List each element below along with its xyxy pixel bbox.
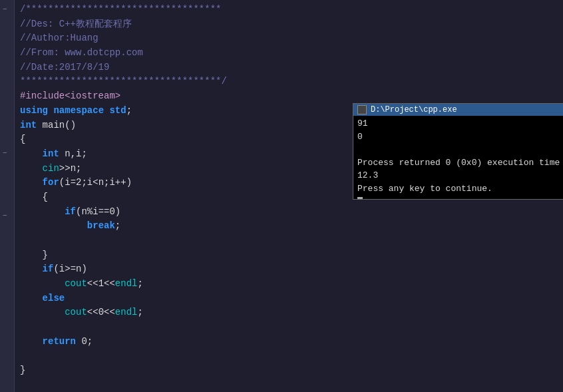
console-title: D:\Project\cpp.exe [371,105,457,114]
console-line [357,143,563,156]
code-line [20,320,558,335]
code-line: } [20,248,558,263]
console-line: Process returned 0 (0x0) execution time … [357,156,563,182]
code-line: //Des: C++教程配套程序 [20,17,558,32]
code-line: } [20,363,558,378]
console-body: 910 Process returned 0 (0x0) execution t… [353,116,563,199]
console-window: D:\Project\cpp.exe 910 Process returned … [353,103,563,200]
code-gutter: −−− [0,0,15,392]
code-line: cout<<0<<endl; [20,305,558,320]
console-icon [357,105,367,114]
fold-marker[interactable]: − [3,212,7,220]
console-line: Press any key to continue. [357,182,563,196]
code-line: if(i>=n) [20,262,558,277]
console-titlebar: D:\Project\cpp.exe [353,104,563,116]
code-line: cout<<1<<endl; [20,277,558,292]
code-line: #include<iostream> [20,89,558,104]
console-cursor [357,197,363,199]
code-line [20,234,558,248]
code-line: ************************************/ [20,75,558,89]
code-line: return 0; [20,335,558,349]
code-line [20,349,558,364]
console-line: 0 [357,130,563,144]
code-line: if(n%i==0) [20,205,558,220]
code-line: else [20,292,558,306]
code-line: //Author:Huang [20,31,558,46]
code-line: //From: www.dotcpp.com [20,46,558,61]
code-line: /*********************************** [20,3,558,17]
code-line: break; [20,219,558,234]
fold-marker[interactable]: − [3,5,7,13]
main-content: /***********************************//De… [15,0,563,392]
console-line: 91 [357,117,563,130]
code-line: //Date:2017/8/19 [20,61,558,75]
fold-marker[interactable]: − [3,149,7,157]
